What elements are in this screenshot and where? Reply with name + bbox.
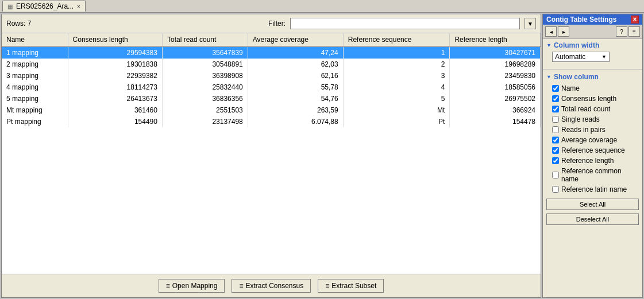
column-width-select[interactable]: Automatic ▼ bbox=[552, 52, 610, 62]
cell-total-read-count: 2551503 bbox=[162, 104, 248, 116]
col-header-average-coverage[interactable]: Average coverage bbox=[248, 33, 343, 46]
checkbox-label-6: Reference sequence bbox=[561, 146, 625, 154]
cell-consensus-length: 19301838 bbox=[68, 59, 162, 70]
cell-average-coverage: 47,24 bbox=[248, 46, 343, 59]
bottom-bar: ≡ Open Mapping ≡ Extract Consensus ≡ Ext… bbox=[2, 274, 541, 297]
settings-config-button[interactable]: ≡ bbox=[628, 26, 640, 37]
checkbox-reference-latin-name[interactable] bbox=[552, 186, 559, 193]
checkbox-label-9: Reference latin name bbox=[561, 185, 627, 193]
column-width-value: Automatic bbox=[555, 53, 585, 61]
open-mapping-button[interactable]: ≡ Open Mapping bbox=[159, 279, 225, 293]
cell-average-coverage: 62,03 bbox=[248, 59, 343, 70]
extract-subset-icon: ≡ bbox=[325, 282, 329, 290]
checkbox-reads-in-pairs[interactable] bbox=[552, 126, 559, 133]
cell-name: 3 mapping bbox=[2, 70, 68, 81]
cell-consensus-length: 22939382 bbox=[68, 70, 162, 81]
extract-subset-button[interactable]: ≡ Extract Subset bbox=[318, 279, 384, 293]
cell-reference-sequence: 2 bbox=[343, 59, 450, 70]
settings-back-button[interactable]: ◂ bbox=[545, 26, 557, 37]
extract-consensus-button[interactable]: ≡ Extract Consensus bbox=[232, 279, 311, 293]
contig-table: Name Consensus length Total read count A… bbox=[2, 33, 541, 127]
checkbox-row-single-reads: Single reads bbox=[546, 114, 639, 125]
show-column-section: ▼ Show column NameConsensus lengthTotal … bbox=[543, 71, 642, 197]
cell-reference-sequence: 1 bbox=[343, 46, 450, 59]
checkbox-reference-common-name[interactable] bbox=[552, 172, 559, 178]
column-width-section: ▼ Column width Automatic ▼ bbox=[543, 39, 642, 68]
checkbox-label-5: Average coverage bbox=[561, 136, 617, 144]
table-row[interactable]: 1 mapping 29594383 35647839 47,24 1 3042… bbox=[2, 46, 541, 59]
col-header-name[interactable]: Name bbox=[2, 33, 68, 46]
col-header-reference-length[interactable]: Reference length bbox=[450, 33, 541, 46]
tab-close-button[interactable]: × bbox=[77, 3, 80, 10]
checkboxes-container: NameConsensus lengthTotal read countSing… bbox=[546, 83, 639, 195]
filter-bar: Rows: 7 Filter: ▼ bbox=[2, 14, 541, 33]
checkbox-row-consensus-length: Consensus length bbox=[546, 94, 639, 104]
filter-label-text: Filter: bbox=[268, 20, 286, 28]
checkbox-row-reference-length: Reference length bbox=[546, 156, 639, 166]
checkbox-reference-sequence[interactable] bbox=[552, 147, 559, 154]
cell-average-coverage: 54,76 bbox=[248, 93, 343, 104]
extract-consensus-icon: ≡ bbox=[239, 282, 243, 290]
table-row[interactable]: 2 mapping 19301838 30548891 62,03 2 1969… bbox=[2, 59, 541, 70]
cell-reference-sequence: 5 bbox=[343, 93, 450, 104]
checkbox-row-reference-latin-name: Reference latin name bbox=[546, 184, 639, 195]
table-header-row: Name Consensus length Total read count A… bbox=[2, 33, 541, 46]
checkbox-label-7: Reference length bbox=[561, 157, 614, 165]
settings-close-button[interactable]: × bbox=[631, 15, 639, 24]
column-width-dropdown-arrow: ▼ bbox=[601, 54, 607, 60]
checkbox-reference-length[interactable] bbox=[552, 157, 559, 164]
cell-reference-length: 18585056 bbox=[450, 81, 541, 93]
settings-toolbar: ◂ ▸ ? ≡ bbox=[543, 25, 642, 39]
cell-name: 5 mapping bbox=[2, 93, 68, 104]
cell-name: 1 mapping bbox=[2, 46, 68, 59]
table-row[interactable]: 5 mapping 26413673 36836356 54,76 5 2697… bbox=[2, 93, 541, 104]
cell-reference-length: 154478 bbox=[450, 116, 541, 127]
settings-forward-button[interactable]: ▸ bbox=[558, 26, 569, 37]
col-header-reference-sequence[interactable]: Reference sequence bbox=[343, 33, 450, 46]
checkbox-label-0: Name bbox=[561, 84, 580, 92]
cell-total-read-count: 36398908 bbox=[162, 70, 248, 81]
table-wrapper: Name Consensus length Total read count A… bbox=[2, 33, 541, 274]
filter-dropdown-button[interactable]: ▼ bbox=[525, 18, 536, 29]
table-row[interactable]: 4 mapping 18114273 25832440 55,78 4 1858… bbox=[2, 81, 541, 93]
main-container: Rows: 7 Filter: ▼ Name Consensus length … bbox=[0, 13, 644, 299]
settings-help-button[interactable]: ? bbox=[616, 26, 627, 37]
table-row[interactable]: Mt mapping 361460 2551503 263,59 Mt 3669… bbox=[2, 104, 541, 116]
deselect-all-button[interactable]: Deselect All bbox=[546, 213, 639, 225]
table-row[interactable]: 3 mapping 22939382 36398908 62,16 3 2345… bbox=[2, 70, 541, 81]
cell-total-read-count: 25832440 bbox=[162, 81, 248, 93]
cell-reference-sequence: 3 bbox=[343, 70, 450, 81]
cell-total-read-count: 30548891 bbox=[162, 59, 248, 70]
cell-average-coverage: 263,59 bbox=[248, 104, 343, 116]
open-mapping-icon: ≡ bbox=[166, 282, 170, 290]
cell-average-coverage: 6.074,88 bbox=[248, 116, 343, 127]
checkbox-row-reference-common-name: Reference common name bbox=[546, 166, 639, 184]
show-column-header[interactable]: ▼ Show column bbox=[546, 73, 639, 81]
cell-reference-length: 23459830 bbox=[450, 70, 541, 81]
select-all-button[interactable]: Select All bbox=[546, 199, 639, 210]
checkbox-single-reads[interactable] bbox=[552, 116, 559, 123]
checkbox-consensus-length[interactable] bbox=[552, 95, 559, 102]
settings-title: Contig Table Settings bbox=[546, 15, 616, 24]
cell-name: 4 mapping bbox=[2, 81, 68, 93]
col-header-total-read-count[interactable]: Total read count bbox=[162, 33, 248, 46]
col-header-consensus-length[interactable]: Consensus length bbox=[68, 33, 162, 46]
table-row[interactable]: Pt mapping 154490 23137498 6.074,88 Pt 1… bbox=[2, 116, 541, 127]
title-tab[interactable]: ▦ ERS025626_Ara... × bbox=[2, 1, 86, 11]
cell-total-read-count: 23137498 bbox=[162, 116, 248, 127]
cell-reference-length: 19698289 bbox=[450, 59, 541, 70]
checkbox-label-3: Single reads bbox=[561, 115, 600, 123]
cell-average-coverage: 55,78 bbox=[248, 81, 343, 93]
tab-label: ERS025626_Ara... bbox=[16, 2, 74, 10]
checkbox-label-1: Consensus length bbox=[561, 95, 616, 103]
column-width-header[interactable]: ▼ Column width bbox=[546, 41, 639, 49]
filter-input[interactable] bbox=[290, 18, 520, 29]
checkbox-name[interactable] bbox=[552, 85, 559, 92]
open-mapping-label: Open Mapping bbox=[172, 282, 218, 290]
checkbox-row-name: Name bbox=[546, 83, 639, 94]
cell-reference-length: 26975502 bbox=[450, 93, 541, 104]
checkbox-average-coverage[interactable] bbox=[552, 137, 559, 143]
checkbox-total-read-count[interactable] bbox=[552, 106, 559, 112]
column-width-arrow: ▼ bbox=[546, 42, 552, 48]
checkbox-label-2: Total read count bbox=[561, 105, 610, 113]
